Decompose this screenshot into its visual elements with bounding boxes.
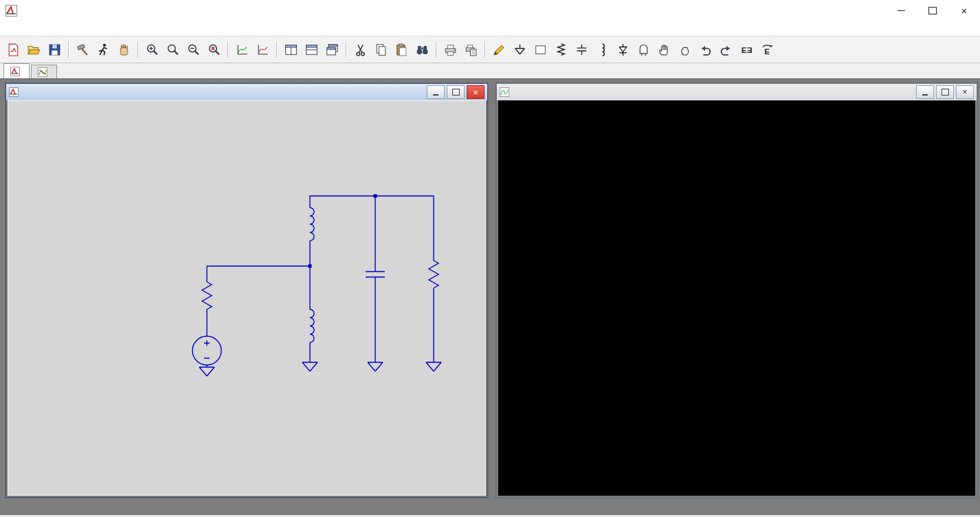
- waveform-window[interactable]: ×: [496, 83, 977, 498]
- redo-button[interactable]: [715, 40, 736, 59]
- print-button[interactable]: [440, 40, 460, 59]
- zoom-in-icon: [145, 43, 159, 57]
- schematic-drawing: [8, 101, 485, 495]
- ground-button[interactable]: [509, 40, 530, 59]
- mirror-icon: EE: [739, 43, 754, 57]
- close-button[interactable]: ×: [948, 0, 980, 21]
- resistor-R1-symbol[interactable]: [202, 282, 212, 309]
- diode-icon: [616, 43, 630, 57]
- toolbar-separator: [276, 41, 277, 58]
- waveform-minimize-button[interactable]: [916, 85, 934, 99]
- waveform-window-controls: ×: [916, 85, 974, 99]
- zoom-fit-button[interactable]: [203, 40, 224, 59]
- ground-symbol-L1[interactable]: [302, 362, 318, 371]
- resistor-icon: [554, 43, 568, 57]
- waveform-close-button[interactable]: ×: [956, 85, 974, 99]
- waveform-plot: [498, 100, 974, 494]
- minimize-button[interactable]: [885, 0, 917, 21]
- halt-button[interactable]: [113, 40, 134, 59]
- capacitor-icon: [575, 43, 589, 57]
- cascade-button[interactable]: [322, 40, 342, 59]
- label-net-button[interactable]: [530, 40, 550, 59]
- label-net-icon: [533, 43, 548, 57]
- svg-text:E: E: [741, 46, 746, 54]
- open-folder-icon: [27, 43, 41, 57]
- tab-waveform-draft51[interactable]: [31, 65, 57, 78]
- tile-horizontal-icon: [304, 43, 319, 57]
- copy-button[interactable]: [370, 40, 391, 59]
- waveform-window-icon: [500, 87, 509, 97]
- zoom-in-button[interactable]: [142, 40, 162, 59]
- resistor-R2-symbol[interactable]: [429, 261, 438, 288]
- tile-vertical-button[interactable]: [280, 40, 301, 59]
- maximize-button[interactable]: [917, 0, 948, 21]
- inductor-icon: [595, 43, 610, 57]
- spice-directive-button[interactable]: [798, 40, 818, 59]
- autorange-button[interactable]: [232, 40, 252, 59]
- waveform-pane[interactable]: [498, 100, 975, 496]
- ground-symbol-C1[interactable]: [368, 362, 383, 371]
- resistor-button[interactable]: [550, 40, 571, 59]
- capacitor-button[interactable]: [571, 40, 592, 59]
- node-junction-mid: [309, 265, 312, 268]
- close-icon: ×: [962, 88, 967, 96]
- schematic-window-controls: ×: [427, 85, 485, 99]
- component-gate-icon: [636, 43, 651, 57]
- paste-button[interactable]: [391, 40, 412, 59]
- move-button[interactable]: [654, 40, 674, 59]
- move-hand-icon: [657, 43, 671, 57]
- plot-settings-button[interactable]: [252, 40, 273, 59]
- open-button[interactable]: [23, 40, 44, 59]
- rotate-button[interactable]: E: [757, 40, 777, 59]
- waveform-maximize-button[interactable]: [936, 85, 954, 99]
- inductor-L2-symbol[interactable]: [310, 208, 314, 241]
- schematic-window-titlebar[interactable]: ×: [6, 84, 487, 100]
- wire-top-node[interactable]: [310, 196, 434, 261]
- tile-horizontal-button[interactable]: [301, 40, 322, 59]
- run-icon: [96, 43, 111, 57]
- schematic-maximize-button[interactable]: [447, 85, 465, 99]
- ground-symbol-V1[interactable]: [199, 367, 214, 376]
- svg-text:E: E: [764, 47, 770, 55]
- zoom-out-button[interactable]: [183, 40, 203, 59]
- cascade-icon: [325, 43, 339, 57]
- ground-symbol-R2[interactable]: [426, 362, 441, 371]
- zoom-full-icon: [166, 43, 180, 57]
- capacitor-C1-symbol[interactable]: [366, 272, 385, 277]
- maximize-icon: [928, 7, 937, 14]
- close-icon: ×: [961, 5, 968, 16]
- schematic-close-button[interactable]: ×: [467, 85, 485, 99]
- halt-hand-icon: [117, 43, 131, 57]
- redo-icon: [719, 43, 733, 57]
- print-preview-button[interactable]: [460, 40, 481, 59]
- waveform-window-titlebar[interactable]: ×: [497, 84, 977, 100]
- window-controls: ×: [885, 0, 980, 21]
- cut-button[interactable]: [350, 40, 370, 59]
- component-button[interactable]: [633, 40, 654, 59]
- tab-schematic-draft51[interactable]: [3, 63, 30, 78]
- schematic-window[interactable]: ×: [5, 83, 488, 498]
- run-button[interactable]: [93, 40, 113, 59]
- print-icon: [443, 43, 458, 57]
- schematic-minimize-button[interactable]: [427, 85, 445, 99]
- toolbar-separator: [68, 41, 69, 58]
- mirror-button[interactable]: EE: [736, 40, 757, 59]
- new-schematic-button[interactable]: [3, 40, 23, 59]
- diode-button[interactable]: [612, 40, 633, 59]
- drag-button[interactable]: [674, 40, 695, 59]
- rotate-icon: E: [760, 43, 775, 57]
- inductor-button[interactable]: [592, 40, 612, 59]
- text-button[interactable]: [777, 40, 798, 59]
- control-panel-button[interactable]: [72, 40, 93, 59]
- zoom-full-button[interactable]: [162, 40, 183, 59]
- save-button[interactable]: [44, 40, 65, 59]
- undo-button[interactable]: [695, 40, 715, 59]
- save-icon: [47, 43, 62, 57]
- wire-button[interactable]: [489, 40, 509, 59]
- waveform-tab-icon: [38, 67, 47, 77]
- cut-icon: [353, 43, 368, 57]
- titlebar: ×: [0, 0, 980, 21]
- schematic-canvas[interactable]: [8, 100, 486, 496]
- inductor-L1-symbol[interactable]: [310, 309, 314, 342]
- find-button[interactable]: [412, 40, 432, 59]
